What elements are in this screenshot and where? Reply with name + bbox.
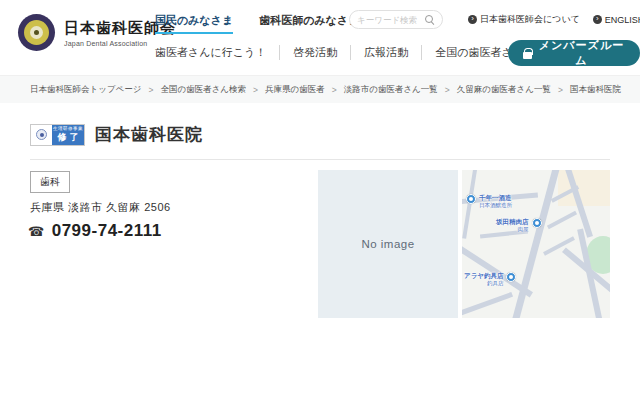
- breadcrumb: 日本歯科医師会トップページ > 全国の歯医者さん検索 > 兵庫県の歯医者 > 淡…: [0, 75, 640, 103]
- about-link[interactable]: › 日本歯科医師会について: [468, 13, 580, 26]
- clinic-photo-placeholder: No image: [318, 170, 458, 318]
- poi-type: 肉屋: [496, 226, 529, 233]
- map-road: [547, 211, 577, 230]
- lifelong-training-badge: 生涯研修事業 修了: [30, 124, 85, 146]
- page-title: 国本歯科医院: [95, 123, 203, 146]
- search-input[interactable]: [357, 15, 421, 25]
- members-room-button[interactable]: メンバーズルーム: [508, 40, 640, 66]
- breadcrumb-current: 国本歯科医院: [570, 84, 621, 96]
- main-content: 生涯研修事業 修了 国本歯科医院 歯科 兵庫県 淡路市 久留麻 2506 ☎ 0…: [0, 103, 640, 400]
- breadcrumb-link[interactable]: 日本歯科医師会トップページ: [30, 84, 142, 96]
- poi-type: 日本酒醸造所: [479, 202, 512, 209]
- page: 日本歯科医師会 Japan Dental Association 国民のみなさま…: [0, 0, 640, 400]
- poi-name: アラヤ釣具店: [464, 272, 503, 280]
- map-marker-icon[interactable]: [532, 218, 542, 228]
- jda-emblem-icon: [18, 14, 55, 51]
- nav-kouhou[interactable]: 広報活動: [350, 45, 421, 60]
- arrow-circle-icon: ›: [468, 15, 477, 24]
- breadcrumb-separator: >: [253, 85, 258, 95]
- clinic-title-row: 生涯研修事業 修了 国本歯科医院: [30, 123, 203, 146]
- map-marker-icon[interactable]: [466, 194, 476, 204]
- title-divider: [30, 159, 610, 160]
- utility-links: › 日本歯科医師会について › ENGLISH: [468, 13, 640, 26]
- breadcrumb-link[interactable]: 久留麻の歯医者さん一覧: [457, 84, 551, 96]
- secondary-nav: 歯医者さんに行こう！ 啓発活動 広報活動 全国の歯医者さん検索: [152, 45, 559, 60]
- breadcrumb-separator: >: [332, 85, 337, 95]
- about-link-label: 日本歯科医師会について: [480, 13, 580, 26]
- poi-type: 釣具店: [464, 280, 503, 287]
- search-icon[interactable]: [425, 15, 435, 25]
- nav-shikaishi[interactable]: 歯科医師のみなさま: [259, 13, 359, 34]
- map-marker-icon[interactable]: [506, 272, 516, 282]
- breadcrumb-separator: >: [445, 85, 450, 95]
- members-room-label: メンバーズルーム: [538, 38, 625, 68]
- breadcrumb-link[interactable]: 全国の歯医者さん検索: [160, 84, 246, 96]
- map-poi-butcher: 坂田精肉店 肉屋: [496, 218, 542, 233]
- lock-icon: [523, 48, 532, 59]
- arrow-circle-icon: ›: [593, 15, 602, 24]
- badge-bottom-text: 修了: [55, 133, 82, 142]
- keyword-search: [349, 10, 443, 29]
- primary-nav: 国民のみなさま 歯科医師のみなさま: [155, 13, 360, 34]
- map[interactable]: 千年一酒造 日本酒醸造所 坂田精肉店 肉屋 アラヤ釣具店 釣具店: [462, 170, 610, 318]
- map-road: [462, 241, 533, 298]
- nav-kokumin[interactable]: 国民のみなさま: [155, 13, 233, 34]
- phone-number: 0799-74-2111: [52, 221, 162, 241]
- badge-emblem-icon: [31, 125, 52, 145]
- poi-name: 坂田精肉店: [496, 218, 529, 226]
- breadcrumb-separator: >: [149, 85, 154, 95]
- breadcrumb-link[interactable]: 淡路市の歯医者さん一覧: [344, 84, 438, 96]
- breadcrumb-link[interactable]: 兵庫県の歯医者: [265, 84, 325, 96]
- breadcrumb-separator: >: [558, 85, 563, 95]
- map-road: [462, 292, 513, 317]
- phone-icon: ☎: [28, 224, 45, 239]
- map-block: [558, 170, 610, 206]
- english-link[interactable]: › ENGLISH: [593, 15, 640, 25]
- map-poi-fishing-shop: アラヤ釣具店 釣具店: [464, 272, 516, 287]
- nav-keihatsu[interactable]: 啓発活動: [279, 45, 350, 60]
- badge-top-text: 生涯研修事業: [53, 127, 83, 132]
- clinic-address: 兵庫県 淡路市 久留麻 2506: [30, 200, 171, 215]
- site-header: 日本歯科医師会 Japan Dental Association 国民のみなさま…: [0, 0, 640, 75]
- category-tag: 歯科: [30, 171, 70, 193]
- clinic-phone: ☎ 0799-74-2111: [28, 221, 162, 241]
- nav-go-to-dentist[interactable]: 歯医者さんに行こう！: [152, 45, 279, 60]
- english-link-label: ENGLISH: [605, 15, 640, 25]
- poi-name: 千年一酒造: [479, 194, 512, 202]
- map-poi-sake-brewery: 千年一酒造 日本酒醸造所: [466, 194, 512, 209]
